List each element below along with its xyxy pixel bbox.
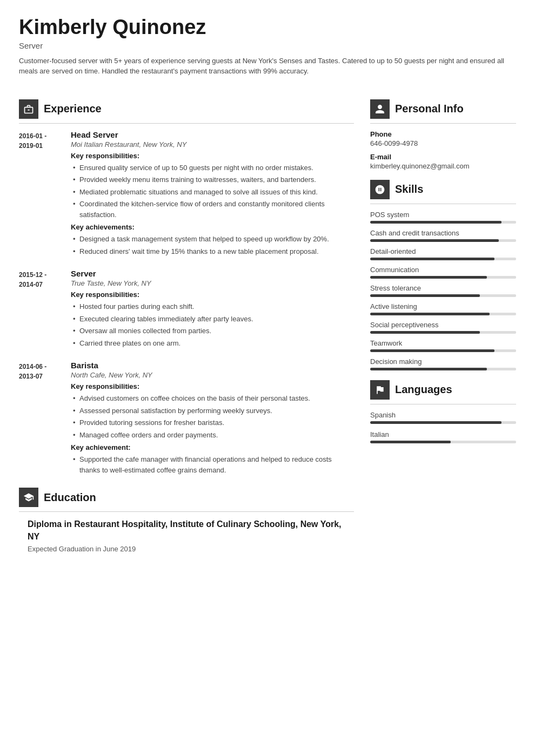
skill-bar-fill [370, 349, 494, 352]
achievement-item: Reduced diners' wait time by 15% thanks … [71, 246, 354, 257]
responsibilities-list: Advised customers on coffee choices on t… [71, 393, 354, 440]
person-icon [374, 104, 385, 114]
phone-label: Phone [370, 130, 516, 138]
header-section: Kimberly Quinonez Server Customer-focuse… [19, 16, 516, 77]
education-list: Diploma in Restaurant Hospitality, Insti… [19, 518, 354, 553]
language-name: Spanish [370, 411, 516, 419]
responsibility-item: Hosted four parties during each shift. [71, 301, 354, 312]
responsibilities-list: Hosted four parties during each shift.Ex… [71, 301, 354, 348]
personal-info-section-header: Personal Info [370, 99, 516, 119]
achievements-list: Designed a task management system that h… [71, 234, 354, 256]
skill-name: Communication [370, 266, 516, 274]
left-column: Experience 2016-01 - 2019-01Head ServerM… [19, 90, 354, 553]
exp-details: Head ServerMoi Italian Restaurant, New Y… [71, 130, 354, 259]
exp-title: Server [71, 269, 354, 278]
responsibility-item: Advised customers on coffee choices on t… [71, 393, 354, 404]
skill-bar-fill [370, 313, 490, 315]
education-divider [19, 511, 354, 512]
skill-item: Active listening [370, 302, 516, 315]
responsibility-item: Coordinated the kitchen-service flow of … [71, 199, 354, 220]
skills-icon [370, 180, 390, 199]
main-content: Experience 2016-01 - 2019-01Head ServerM… [19, 90, 516, 553]
edu-title: Diploma in Restaurant Hospitality, Insti… [28, 518, 354, 543]
languages-icon [370, 380, 390, 400]
resume-container: Kimberly Quinonez Server Customer-focuse… [0, 0, 535, 756]
skill-bar-fill [370, 368, 487, 370]
right-column: Personal Info Phone 646-0099-4978 E-mail… [370, 90, 516, 553]
skill-name: Active listening [370, 302, 516, 310]
experience-icon [19, 99, 38, 119]
exp-details: BaristaNorth Cafe, New York, NYKey respo… [71, 361, 354, 477]
skills-section-header: Skills [370, 180, 516, 199]
skill-name: Social perceptiveness [370, 321, 516, 329]
responsibility-item: Assessed personal satisfaction by perfor… [71, 406, 354, 416]
languages-label: Languages [395, 383, 452, 396]
skill-bar-fill [370, 331, 480, 334]
achievements-label: Key achievements: [71, 223, 354, 231]
skill-bar-fill [370, 239, 499, 242]
skill-bar-fill [370, 258, 494, 260]
skill-name: Cash and credit transactions [370, 229, 516, 237]
skill-item: Detail-oriented [370, 247, 516, 260]
achievement-item: Designed a task management system that h… [71, 234, 354, 245]
exp-title: Barista [71, 361, 354, 370]
responsibility-item: Managed coffee orders and order payments… [71, 430, 354, 441]
education-section-header: Education [19, 488, 354, 507]
briefcase-icon [23, 104, 34, 114]
skill-item: Decision making [370, 357, 516, 370]
exp-title: Head Server [71, 130, 354, 139]
experience-entry: 2016-01 - 2019-01Head ServerMoi Italian … [19, 130, 354, 259]
skill-name: Teamwork [370, 339, 516, 347]
skill-bar-bg [370, 258, 516, 260]
skill-bar-bg [370, 276, 516, 279]
responsibility-item: Carried three plates on one arm. [71, 338, 354, 349]
skills-label: Skills [395, 183, 423, 195]
edu-date: Expected Graduation in June 2019 [28, 545, 354, 553]
education-entry: Diploma in Restaurant Hospitality, Insti… [19, 518, 354, 553]
exp-date: 2014-06 - 2013-07 [19, 361, 62, 477]
language-item: Spanish [370, 411, 516, 424]
skill-bar-fill [370, 294, 480, 297]
candidate-title: Server [19, 41, 516, 50]
language-bar-bg [370, 441, 516, 443]
education-icon [19, 488, 38, 507]
skill-bar-bg [370, 294, 516, 297]
skill-name: Detail-oriented [370, 247, 516, 255]
languages-divider [370, 404, 516, 404]
skill-bar-bg [370, 239, 516, 242]
skill-name: Decision making [370, 357, 516, 366]
achievement-item: Supported the cafe manager with financia… [71, 454, 354, 475]
personal-info-divider [370, 123, 516, 124]
exp-company: North Cafe, New York, NY [71, 371, 354, 379]
exp-date: 2016-01 - 2019-01 [19, 130, 62, 259]
svg-rect-0 [28, 110, 29, 111]
candidate-name: Kimberly Quinonez [19, 16, 516, 39]
skill-item: POS system [370, 211, 516, 224]
responsibilities-label: Key responsibilities: [71, 382, 354, 390]
language-bar-bg [370, 421, 516, 424]
responsibility-item: Provided tutoring sessions for fresher b… [71, 417, 354, 428]
skill-item: Cash and credit transactions [370, 229, 516, 242]
skills-svg-icon [374, 184, 385, 195]
personal-info-icon [370, 99, 390, 119]
personal-info-label: Personal Info [395, 103, 464, 115]
graduation-icon [23, 492, 34, 503]
skill-name: POS system [370, 211, 516, 219]
language-name: Italian [370, 430, 516, 438]
responsibilities-label: Key responsibilities: [71, 291, 354, 299]
email-label: E-mail [370, 153, 516, 161]
skill-item: Communication [370, 266, 516, 279]
skill-bar-fill [370, 276, 487, 279]
skill-bar-bg [370, 313, 516, 315]
responsibilities-list: Ensured quality service of up to 50 gues… [71, 163, 354, 220]
experience-section-header: Experience [19, 99, 354, 119]
responsibilities-label: Key responsibilities: [71, 152, 354, 160]
languages-section-header: Languages [370, 380, 516, 400]
language-bar-fill [370, 441, 451, 443]
skills-list: POS systemCash and credit transactionsDe… [370, 211, 516, 370]
experience-entry: 2014-06 - 2013-07BaristaNorth Cafe, New … [19, 361, 354, 477]
exp-date: 2015-12 - 2014-07 [19, 269, 62, 350]
skill-bar-bg [370, 349, 516, 352]
achievements-label: Key achievement: [71, 443, 354, 451]
skill-bar-fill [370, 221, 501, 224]
